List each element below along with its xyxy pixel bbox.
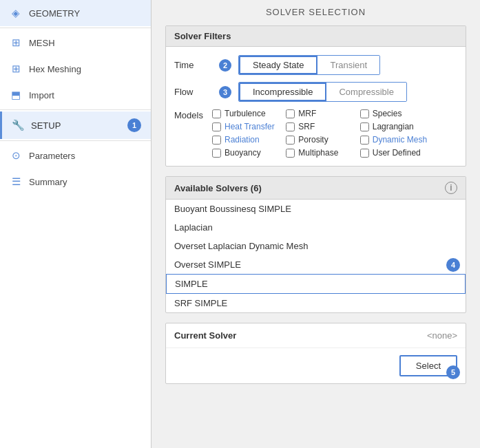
sidebar: ◈ GEOMETRY ⊞ MESH ⊞ Hex Meshing ⬒ Import… (0, 0, 152, 448)
radiation-checkbox[interactable] (212, 136, 221, 145)
solver-srf-simple[interactable]: SRF SIMPLE (166, 294, 466, 312)
sidebar-item-hex-meshing[interactable]: ⊞ Hex Meshing (0, 56, 151, 82)
geometry-icon: ◈ (10, 7, 22, 19)
transient-button[interactable]: Transient (317, 56, 379, 74)
sidebar-item-geometry[interactable]: ◈ GEOMETRY (0, 0, 151, 26)
solver-overset-laplacian[interactable]: Overset Laplacian Dynamic Mesh (166, 237, 466, 255)
dynamic-mesh-checkbox[interactable] (360, 136, 369, 145)
solver-filters-title: Solver Filters (174, 31, 231, 41)
models-grid: Turbulence MRF Species Heat Transfer (212, 109, 427, 158)
user-defined-label: User Defined (373, 148, 421, 158)
divider (0, 109, 151, 110)
available-solvers-header: Available Solvers (6) i (166, 177, 466, 200)
porosity-checkbox[interactable] (286, 136, 295, 145)
model-mrf[interactable]: MRF (286, 109, 353, 118)
dynamic-mesh-label: Dynamic Mesh (373, 135, 427, 145)
parameters-icon: ⊙ (10, 149, 22, 162)
models-label: Models (174, 109, 212, 120)
time-badge: 2 (219, 59, 231, 72)
solver-laplacian[interactable]: Laplacian (166, 218, 466, 237)
sidebar-item-mesh[interactable]: ⊞ MESH (0, 30, 151, 56)
solver-filters-body: Time 2 Steady State Transient Flow 3 Inc… (166, 47, 466, 166)
solver-filters-card: Solver Filters Time 2 Steady State Trans… (165, 25, 466, 167)
setup-badge: 1 (127, 118, 141, 132)
model-srf[interactable]: SRF (286, 122, 353, 131)
species-checkbox[interactable] (360, 109, 369, 118)
hex-meshing-icon: ⊞ (10, 63, 22, 75)
sidebar-item-summary[interactable]: ☰ Summary (0, 169, 151, 195)
model-turbulence[interactable]: Turbulence (212, 109, 279, 118)
mrf-label: MRF (298, 109, 316, 118)
sidebar-item-label: SETUP (31, 120, 61, 131)
solver-list: Buoyant Boussinesq SIMPLE Laplacian Over… (166, 200, 466, 312)
divider (0, 28, 151, 28)
mrf-checkbox[interactable] (286, 109, 295, 118)
multiphase-label: Multiphase (298, 148, 338, 158)
select-btn-row: Select 5 (166, 348, 466, 383)
sidebar-item-import[interactable]: ⬒ Import (0, 82, 151, 108)
sidebar-item-setup[interactable]: 🔧 SETUP 1 (0, 111, 151, 139)
divider (0, 140, 151, 141)
time-filter-row: Time 2 Steady State Transient (174, 55, 457, 75)
lagrangian-checkbox[interactable] (360, 122, 369, 131)
bottom-section: Current Solver <none> Select 5 (165, 323, 466, 384)
model-multiphase[interactable]: Multiphase (286, 148, 353, 158)
import-icon: ⬒ (10, 89, 22, 101)
current-solver-value: <none> (427, 330, 457, 341)
incompressible-button[interactable]: Incompressible (239, 83, 326, 101)
main-content: SOLVER SELECTION Solver Filters Time 2 S… (152, 0, 480, 448)
compressible-button[interactable]: Compressible (326, 83, 406, 101)
sidebar-item-label: Import (29, 90, 54, 100)
multiphase-checkbox[interactable] (286, 149, 295, 158)
available-solvers-title: Available Solvers (6) (174, 183, 262, 193)
sidebar-item-label: Parameters (29, 151, 75, 161)
buoyancy-label: Buoyancy (225, 148, 261, 158)
mesh-icon: ⊞ (10, 36, 22, 49)
porosity-label: Porosity (298, 135, 328, 145)
time-toggle-group: Steady State Transient (238, 55, 380, 75)
heat-transfer-checkbox[interactable] (212, 122, 221, 131)
solver-overset-simple[interactable]: Overset SIMPLE 4 (166, 255, 466, 274)
model-buoyancy[interactable]: Buoyancy (212, 148, 279, 158)
model-lagrangian[interactable]: Lagrangian (360, 122, 427, 131)
sidebar-item-label: Hex Meshing (29, 64, 81, 74)
current-solver-row: Current Solver <none> (166, 323, 466, 348)
sidebar-item-label: Summary (29, 177, 67, 187)
species-label: Species (373, 109, 402, 118)
radiation-label: Radiation (225, 135, 260, 145)
flow-badge: 3 (219, 86, 231, 98)
buoyancy-checkbox[interactable] (212, 149, 221, 158)
turbulence-checkbox[interactable] (212, 109, 221, 118)
flow-label: Flow (174, 87, 212, 97)
page-title: SOLVER SELECTION (165, 7, 466, 17)
srf-checkbox[interactable] (286, 122, 295, 131)
solver-badge-4: 4 (446, 258, 460, 272)
select-badge: 5 (446, 365, 460, 379)
sidebar-item-parameters[interactable]: ⊙ Parameters (0, 142, 151, 169)
model-radiation[interactable]: Radiation (212, 135, 279, 145)
available-solvers-card: Available Solvers (6) i Buoyant Boussine… (165, 176, 466, 313)
solver-filters-header: Solver Filters (166, 26, 466, 47)
user-defined-checkbox[interactable] (360, 149, 369, 158)
sidebar-item-label: MESH (29, 38, 55, 48)
model-dynamic-mesh[interactable]: Dynamic Mesh (360, 135, 427, 145)
summary-icon: ☰ (10, 175, 22, 188)
time-label: Time (174, 60, 212, 70)
solver-simple[interactable]: SIMPLE (166, 274, 466, 294)
model-porosity[interactable]: Porosity (286, 135, 353, 145)
flow-filter-row: Flow 3 Incompressible Compressible (174, 82, 457, 102)
solver-buoyant-boussinesq[interactable]: Buoyant Boussinesq SIMPLE (166, 200, 466, 218)
setup-icon: 🔧 (12, 119, 24, 131)
info-icon[interactable]: i (445, 182, 457, 194)
srf-label: SRF (298, 122, 315, 131)
model-species[interactable]: Species (360, 109, 427, 118)
model-heat-transfer[interactable]: Heat Transfer (212, 122, 279, 131)
model-user-defined[interactable]: User Defined (360, 148, 427, 158)
heat-transfer-label: Heat Transfer (225, 122, 275, 131)
steady-state-button[interactable]: Steady State (239, 56, 317, 74)
sidebar-item-label: GEOMETRY (29, 8, 80, 19)
current-solver-label: Current Solver (174, 330, 236, 341)
turbulence-label: Turbulence (225, 109, 266, 118)
models-row: Models Turbulence MRF Species (174, 109, 457, 158)
flow-toggle-group: Incompressible Compressible (238, 82, 407, 102)
